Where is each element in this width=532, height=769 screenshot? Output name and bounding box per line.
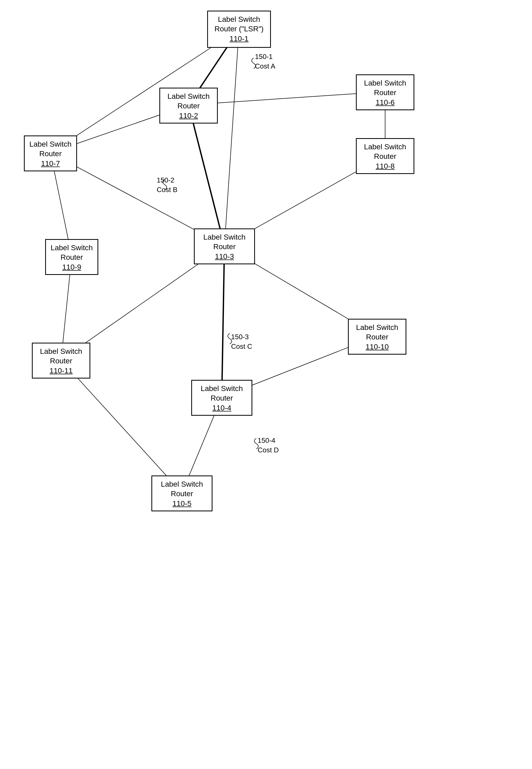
router-box-lsr-6: Label SwitchRouter110-6 bbox=[356, 74, 414, 110]
router-label-lsr-9: Router bbox=[49, 253, 95, 262]
router-id-lsr-11: 110-11 bbox=[35, 366, 87, 376]
router-label-lsr-11: Router bbox=[35, 356, 87, 366]
router-label-lsr-8: Router bbox=[359, 152, 411, 161]
router-id-lsr-9: 110-9 bbox=[49, 262, 95, 272]
router-box-lsr-4: Label SwitchRouter110-4 bbox=[191, 380, 252, 416]
router-box-lsr-2: Label SwitchRouter110-2 bbox=[159, 88, 218, 124]
router-label-lsr-1: Label Switch bbox=[211, 15, 267, 24]
edge-e6 bbox=[189, 92, 385, 105]
router-label-lsr-3: Router bbox=[197, 242, 252, 252]
router-id-lsr-2: 110-2 bbox=[163, 111, 214, 121]
router-id-lsr-8: 110-8 bbox=[359, 162, 411, 171]
edge-e5 bbox=[189, 105, 224, 246]
router-label-lsr-4: Label Switch bbox=[195, 384, 249, 393]
router-label-lsr-11: Label Switch bbox=[35, 347, 87, 356]
router-label-lsr-8: Label Switch bbox=[359, 142, 411, 152]
router-id-lsr-6: 110-6 bbox=[359, 98, 411, 107]
router-box-lsr-9: Label SwitchRouter110-9 bbox=[45, 239, 98, 275]
edge-label-el3: 150-3Cost C bbox=[231, 332, 252, 351]
edge-e3 bbox=[224, 29, 239, 246]
router-label-lsr-6: Label Switch bbox=[359, 78, 411, 88]
router-label-lsr-6: Router bbox=[359, 88, 411, 97]
router-id-lsr-5: 110-5 bbox=[155, 499, 209, 508]
router-box-lsr-5: Label SwitchRouter110-5 bbox=[151, 475, 212, 511]
router-id-lsr-3: 110-3 bbox=[197, 252, 252, 261]
router-id-lsr-7: 110-7 bbox=[27, 159, 74, 168]
edge-label-el4: 150-4Cost D bbox=[258, 436, 279, 455]
router-box-lsr-11: Label SwitchRouter110-11 bbox=[32, 343, 90, 379]
router-label-lsr-9: Label Switch bbox=[49, 243, 95, 253]
router-label-lsr-10: Label Switch bbox=[351, 323, 403, 332]
router-label-lsr-5: Router bbox=[155, 489, 209, 499]
edge-label-el2: 150-2Cost B bbox=[157, 175, 177, 195]
router-label-lsr-7: Router bbox=[27, 149, 74, 159]
router-label-lsr-4: Router bbox=[195, 393, 249, 403]
edge-e16 bbox=[61, 360, 182, 493]
router-label-lsr-2: Router bbox=[163, 101, 214, 111]
edge-label-el1: 150-1Cost A bbox=[255, 52, 275, 71]
router-id-lsr-1: 110-1 bbox=[211, 34, 267, 44]
router-label-lsr-5: Label Switch bbox=[155, 479, 209, 489]
router-box-lsr-8: Label SwitchRouter110-8 bbox=[356, 138, 414, 174]
router-id-lsr-10: 110-10 bbox=[351, 342, 403, 352]
router-label-lsr-3: Label Switch bbox=[197, 232, 252, 242]
router-box-lsr-10: Label SwitchRouter110-10 bbox=[348, 319, 406, 355]
router-id-lsr-4: 110-4 bbox=[195, 403, 249, 413]
router-label-lsr-10: Router bbox=[351, 332, 403, 342]
router-label-lsr-1: Router ("LSR") bbox=[211, 24, 267, 34]
router-box-lsr-3: Label SwitchRouter110-3 bbox=[194, 228, 255, 264]
diagram-container: Label SwitchRouter ("LSR")110-1Label Swi… bbox=[0, 0, 532, 769]
router-box-lsr-1: Label SwitchRouter ("LSR")110-1 bbox=[207, 11, 271, 48]
router-box-lsr-7: Label SwitchRouter110-7 bbox=[24, 135, 77, 171]
router-label-lsr-2: Label Switch bbox=[163, 92, 214, 101]
edge-e13 bbox=[222, 246, 224, 397]
connections-svg bbox=[0, 0, 532, 769]
router-label-lsr-7: Label Switch bbox=[27, 139, 74, 149]
